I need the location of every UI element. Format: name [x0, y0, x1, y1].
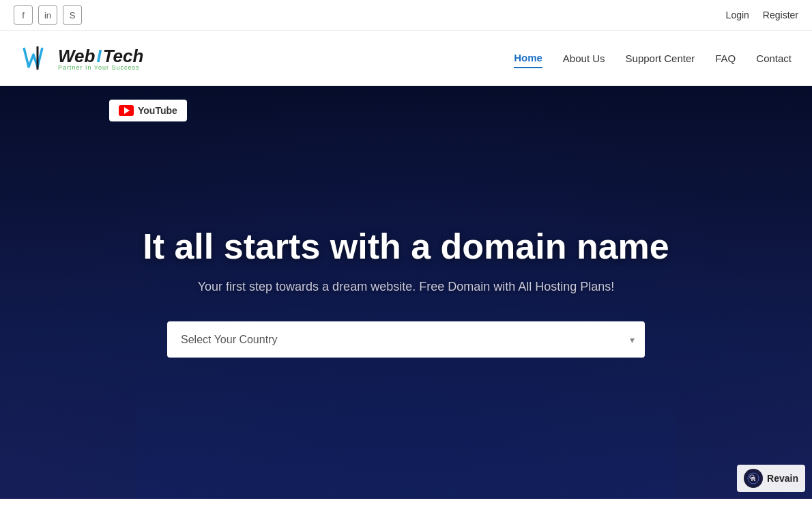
skype-icon[interactable]: S: [63, 5, 82, 25]
revain-label: Revain: [767, 473, 798, 484]
hero-title: It all starts with a domain name: [143, 227, 669, 266]
nav-contact[interactable]: Contact: [756, 49, 792, 68]
nav-home[interactable]: Home: [514, 48, 542, 68]
main-nav: Home About Us Support Center FAQ Contact: [514, 48, 792, 68]
logo-icon: [20, 41, 55, 75]
hero-subtitle: Your first step towards a dream website.…: [143, 280, 669, 294]
youtube-icon: [119, 105, 134, 116]
facebook-icon[interactable]: f: [14, 5, 33, 25]
hero-section: YouTube It all starts with a domain name…: [0, 86, 812, 499]
youtube-badge[interactable]: YouTube: [109, 100, 187, 121]
social-icons: f in S: [14, 5, 82, 25]
login-link[interactable]: Login: [726, 10, 749, 20]
top-bar: f in S Login Register: [0, 0, 812, 31]
country-select-wrapper: Select Your Country United States United…: [167, 321, 645, 358]
revain-badge[interactable]: R Revain: [737, 465, 805, 492]
youtube-label: YouTube: [138, 105, 177, 116]
linkedin-icon[interactable]: in: [38, 5, 57, 25]
logo[interactable]: Web I Tech Partner In Your Success: [20, 41, 143, 75]
nav-faq[interactable]: FAQ: [715, 49, 736, 68]
nav-support[interactable]: Support Center: [626, 49, 695, 68]
header: Web I Tech Partner In Your Success Home …: [0, 31, 812, 86]
register-link[interactable]: Register: [763, 10, 798, 20]
revain-icon: R: [744, 469, 763, 488]
logo-tagline: Partner In Your Success: [58, 64, 140, 71]
country-select[interactable]: Select Your Country United States United…: [167, 321, 645, 358]
top-bar-auth: Login Register: [726, 10, 798, 20]
nav-about[interactable]: About Us: [563, 49, 605, 68]
hero-content: It all starts with a domain name Your fi…: [129, 227, 683, 358]
logo-text-wrap: Web I Tech Partner In Your Success: [58, 46, 143, 71]
